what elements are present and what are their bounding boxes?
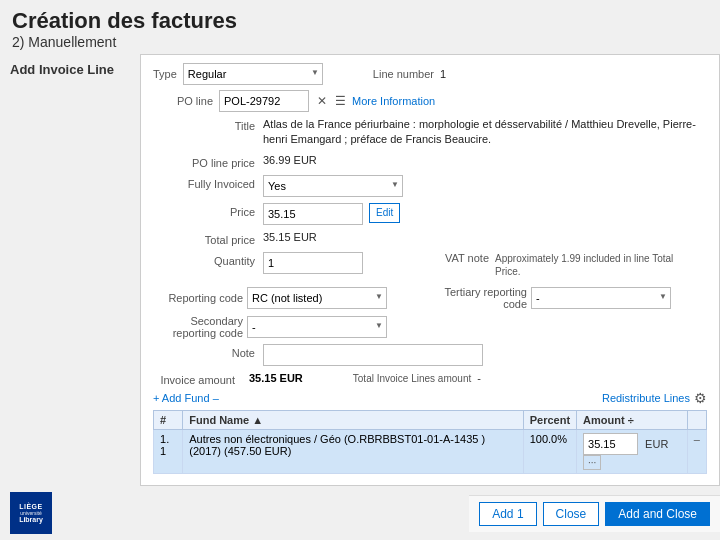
title-value: Atlas de la France périurbaine : morphol…: [263, 117, 707, 148]
add-and-close-button[interactable]: Add and Close: [605, 502, 710, 526]
amount-input[interactable]: [583, 433, 638, 455]
quantity-label: Quantity: [153, 252, 263, 267]
total-invoice-lines-value: -: [477, 372, 481, 384]
row-fund-name: Autres non électroniques / Géo (O.RBRBBS…: [183, 429, 523, 473]
price-label: Price: [153, 203, 263, 218]
reporting-code-select-wrapper[interactable]: RC (not listed): [247, 287, 387, 309]
gear-icon[interactable]: ⚙: [694, 390, 707, 406]
add-fund-link[interactable]: + Add Fund –: [153, 392, 219, 404]
total-price-label: Total price: [153, 231, 263, 246]
col-header-percent: Percent: [523, 410, 576, 429]
fully-invoiced-label: Fully Invoiced: [153, 175, 263, 190]
table-row: 1. 1 Autres non électroniques / Géo (O.R…: [154, 429, 707, 473]
row-actions-button[interactable]: ···: [583, 455, 601, 470]
close-button[interactable]: Close: [543, 502, 600, 526]
page-subtitle: 2) Manuellement: [12, 34, 708, 50]
tertiary-reporting-label: Tertiary reporting code: [437, 286, 527, 310]
redistribute-link[interactable]: Redistribute Lines: [602, 392, 690, 404]
po-line-input[interactable]: [219, 90, 309, 112]
total-invoice-lines-label: Total Invoice Lines amount: [353, 373, 471, 384]
po-line-clear-button[interactable]: ✕: [315, 94, 329, 108]
row-amount: EUR ···: [577, 429, 688, 473]
line-number-label: Line number: [373, 68, 434, 80]
invoice-amount-label: Invoice amount: [153, 371, 243, 386]
add-invoice-label: Add Invoice Line: [10, 62, 130, 77]
reporting-code-label: Reporting code: [153, 292, 243, 304]
edit-button[interactable]: Edit: [369, 203, 400, 223]
row-percent: 100.0%: [523, 429, 576, 473]
col-header-actions: [687, 410, 706, 429]
col-header-amount: Amount ÷: [577, 410, 688, 429]
logo-area: LIÈGE université Library: [0, 486, 62, 540]
fully-invoiced-select-wrapper[interactable]: Yes: [263, 175, 403, 197]
po-line-label: PO line: [153, 95, 213, 107]
secondary-reporting-label: Secondary reporting code: [153, 315, 243, 339]
logo-lib: Library: [19, 516, 43, 523]
note-label: Note: [153, 344, 263, 359]
type-select-wrapper[interactable]: Regular: [183, 63, 323, 85]
total-price-value: 35.15 EUR: [263, 231, 707, 243]
col-header-fund-name: Fund Name ▲: [183, 410, 523, 429]
secondary-reporting-select-wrapper[interactable]: -: [247, 316, 387, 338]
title-label: Title: [153, 117, 263, 132]
page-title: Création des factures: [12, 8, 708, 34]
po-line-price-label: PO line price: [153, 154, 263, 169]
row-delete[interactable]: –: [687, 429, 706, 473]
col-header-num: #: [154, 410, 183, 429]
invoice-amount-value: 35.15 EUR: [249, 372, 303, 384]
add-button[interactable]: Add 1: [479, 502, 536, 526]
fully-invoiced-select[interactable]: Yes: [263, 175, 403, 197]
quantity-input[interactable]: [263, 252, 363, 274]
logo-liege: LIÈGE: [19, 503, 43, 510]
currency-badge: EUR: [645, 438, 668, 450]
reporting-code-select[interactable]: RC (not listed): [247, 287, 387, 309]
line-number-value: 1: [440, 68, 446, 80]
list-icon[interactable]: ☰: [335, 94, 346, 108]
logo-box: LIÈGE université Library: [10, 492, 52, 534]
more-info-link[interactable]: More Information: [352, 95, 435, 107]
type-select[interactable]: Regular: [183, 63, 323, 85]
vat-note-label: VAT note: [445, 252, 489, 264]
type-label: Type: [153, 68, 177, 80]
tertiary-reporting-select-wrapper[interactable]: -: [531, 287, 671, 309]
row-num: 1. 1: [154, 429, 183, 473]
tertiary-reporting-select[interactable]: -: [531, 287, 671, 309]
note-input[interactable]: [263, 344, 483, 366]
price-input[interactable]: [263, 203, 363, 225]
fund-table: # Fund Name ▲ Percent Amount ÷ 1. 1 Autr…: [153, 410, 707, 474]
secondary-reporting-select[interactable]: -: [247, 316, 387, 338]
po-line-price-value: 36.99 EUR: [263, 154, 707, 166]
vat-note-value: Approximately 1.99 included in line Tota…: [495, 252, 675, 278]
